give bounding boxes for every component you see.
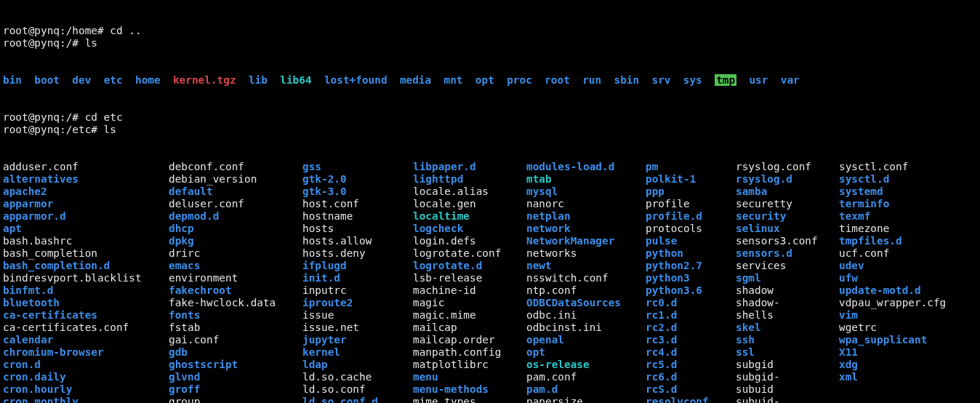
ls-entry-gtk-3-0: gtk-3.0 [302, 185, 413, 198]
ls-entry-network: network [526, 223, 646, 235]
ls-entry-python2-7: python2.7 [646, 260, 736, 272]
ls-entry-profile: profile [646, 198, 736, 210]
ls-entry-alternatives: alternatives [3, 173, 169, 185]
ls-entry-skel: skel [736, 322, 839, 334]
ls-entry-machine-id: machine-id [413, 284, 526, 297]
ls-entry-emacs: emacs [169, 260, 302, 272]
ls-entry-securetty: securetty [736, 198, 839, 210]
ls-entry-jupyter: jupyter [302, 334, 413, 346]
ls-entry-locale-alias: locale.alias [413, 185, 526, 198]
ls-column: modules-load.dmtabmysqlnanorcnetplannetw… [526, 161, 646, 403]
ls-entry-localtime: localtime [413, 210, 526, 223]
ls-entry-resolvconf: resolvconf [646, 396, 736, 403]
ls-entry-ld-so-conf: ld.so.conf [302, 383, 413, 396]
ls-entry-root: root [545, 74, 570, 86]
ls-entry-debconf-conf: debconf.conf [169, 161, 302, 173]
ls-entry-kernel: kernel [302, 346, 413, 359]
ls-entry-mysql: mysql [526, 185, 646, 198]
ls-entry-depmod-d: depmod.d [169, 210, 302, 223]
ls-entry-mailcap-order: mailcap.order [413, 334, 526, 346]
ls-entry-python3-6: python3.6 [646, 284, 736, 297]
ls-entry-manpath-config: manpath.config [413, 346, 526, 359]
ls-entry-fstab: fstab [169, 322, 302, 334]
ls-entry-sensors-d: sensors.d [736, 247, 839, 260]
ls-entry-netplan: netplan [526, 210, 646, 223]
ls-entry-networks: networks [526, 247, 646, 260]
ls-entry-fonts: fonts [169, 309, 302, 322]
ls-column: rsyslog.confrsyslog.dsambasecurettysecur… [736, 161, 839, 403]
ls-entry-inputrc: inputrc [302, 284, 413, 297]
terminal-text: root@pynq:/etc# ls [3, 124, 116, 135]
ls-entry-timezone: timezone [839, 223, 970, 235]
ls-entry-magic: magic [413, 297, 526, 309]
ls-entry-odbcdatasources: ODBCDataSources [526, 297, 646, 309]
ls-entry-bin: bin [3, 74, 22, 86]
ls-entry-logrotate-conf: logrotate.conf [413, 247, 526, 260]
ls-entry-dpkg: dpkg [169, 235, 302, 247]
ls-entry-tmp: tmp [715, 74, 736, 86]
terminal[interactable]: root@pynq:/home# cd ..root@pynq:/# ls bi… [0, 0, 980, 403]
ls-entry-pm: pm [646, 161, 736, 173]
ls-entry-boot: boot [34, 74, 60, 86]
ls-entry-shadow: shadow [736, 284, 839, 297]
ls-entry-wgetrc: wgetrc [839, 322, 970, 334]
mid-line: root@pynq:/etc# ls [3, 124, 977, 136]
ls-entry-openal: openal [526, 334, 646, 346]
ls-entry-init-d: init.d [302, 272, 413, 284]
ls-entry-udev: udev [839, 260, 970, 272]
ls-entry-calendar: calendar [3, 334, 169, 346]
ls-entry-media: media [400, 74, 431, 86]
ls-entry-rc2-d: rc2.d [646, 322, 736, 334]
ls-entry-cron-hourly: cron.hourly [3, 383, 169, 396]
ls-column: pmpolkit-1pppprofileprofile.dprotocolspu… [646, 161, 736, 403]
ls-entry-cron-d: cron.d [3, 359, 169, 371]
terminal-text: root@pynq:/# cd etc [3, 111, 123, 123]
ls-entry-menu: menu [413, 371, 526, 383]
pre-line: root@pynq:/home# cd .. [3, 25, 977, 37]
ls-entry-services: services [736, 260, 839, 272]
ls-entry-sysctl-d: sysctl.d [839, 173, 970, 185]
mid-line: root@pynq:/# cd etc [3, 111, 977, 124]
ls-entry-mailcap: mailcap [413, 322, 526, 334]
ls-entry-tmpfiles-d: tmpfiles.d [839, 235, 970, 247]
ls-entry-chromium-browser: chromium-browser [3, 346, 169, 359]
ls-column: adduser.confalternativesapache2apparmora… [3, 161, 169, 403]
ls-entry-var: var [781, 74, 800, 86]
ls-column: gssgtk-2.0gtk-3.0host.confhostnamehostsh… [302, 161, 413, 403]
ls-column: libpaper.dlighttpdlocale.aliaslocale.gen… [413, 161, 526, 403]
ls-entry-hosts-deny: hosts.deny [302, 247, 413, 260]
ls-entry-logcheck: logcheck [413, 223, 526, 235]
ls-entry-rc5-d: rc5.d [646, 359, 736, 371]
ls-entry-rc1-d: rc1.d [646, 309, 736, 322]
ls-entry-lib64: lib64 [280, 74, 311, 86]
ls-entry-mime-types: mime.types [413, 396, 526, 403]
ls-entry-ifplugd: ifplugd [302, 260, 413, 272]
terminal-output-mid: root@pynq:/# cd etcroot@pynq:/etc# ls [3, 111, 977, 136]
ls-entry-shells: shells [736, 309, 839, 322]
ls-entry-rc3-d: rc3.d [646, 334, 736, 346]
ls-entry-gss: gss [302, 161, 413, 173]
ls-entry-pam-d: pam.d [526, 383, 646, 396]
ls-entry-python3: python3 [646, 272, 736, 284]
ls-entry-sgml: sgml [736, 272, 839, 284]
ls-entry-xml: xml [839, 371, 970, 383]
ls-entry-odbcinst-ini: odbcinst.ini [526, 322, 646, 334]
ls-entry-texmf: texmf [839, 210, 970, 223]
ls-entry-usr: usr [749, 74, 768, 86]
ls-entry-rc6-d: rc6.d [646, 371, 736, 383]
ls-entry-hosts: hosts [302, 223, 413, 235]
ls-entry-lighttpd: lighttpd [413, 173, 526, 185]
ls-entry-lost-found: lost+found [324, 74, 387, 86]
ls-entry-ssh: ssh [736, 334, 839, 346]
ls-column: debconf.confdebian_versiondefaultdeluser… [169, 161, 302, 403]
ls-entry-environment: environment [169, 272, 302, 284]
ls-entry-sys: sys [683, 74, 702, 86]
ls-entry-subgid: subgid [736, 359, 839, 371]
ls-entry-menu-methods: menu-methods [413, 383, 526, 396]
ls-column: sysctl.confsysctl.dsystemdterminfotexmft… [839, 161, 970, 403]
ls-entry-cron-monthly: cron.monthly [3, 396, 169, 403]
ls-entry-bindresvport-blacklist: bindresvport.blacklist [3, 272, 169, 284]
ls-entry-ufw: ufw [839, 272, 970, 284]
ls-entry-deluser-conf: deluser.conf [169, 198, 302, 210]
ls-entry-protocols: protocols [646, 223, 736, 235]
